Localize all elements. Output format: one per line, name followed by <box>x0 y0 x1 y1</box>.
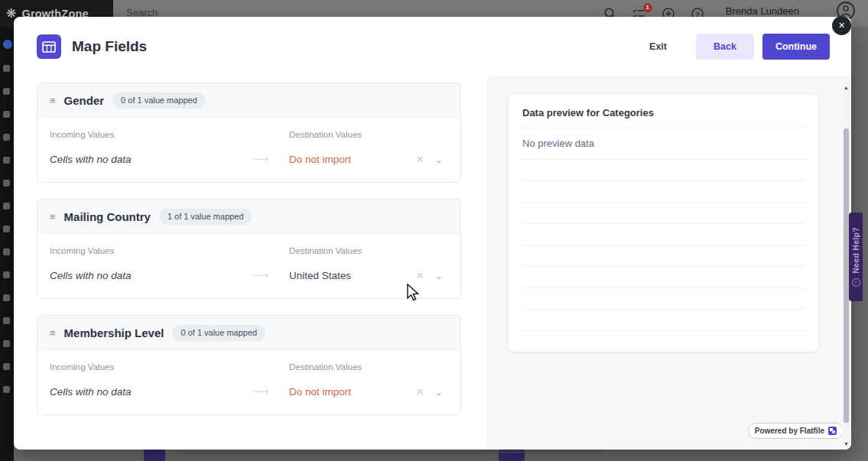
arrow-right-icon: ⟶ <box>252 268 289 282</box>
value-mapping-row: Cells with no data ⟶ Do not import ✕ ⌄ <box>50 385 448 398</box>
sidebar-icon <box>3 40 12 49</box>
value-mapping-row: Cells with no data ⟶ Do not import ✕ ⌄ <box>50 152 448 166</box>
preview-empty-row <box>522 267 805 288</box>
data-preview-card: Data preview for Categories No preview d… <box>509 95 818 352</box>
sidebar-icon <box>3 248 10 255</box>
back-button[interactable]: Back <box>696 34 754 60</box>
destination-values-label: Destination Values <box>289 130 410 139</box>
modal-body: ≡ Gender 0 of 1 value mapped Incoming Va… <box>14 76 851 450</box>
powered-by-flatfile-badge[interactable]: Powered by Flatfile <box>748 423 844 439</box>
sidebar-icon <box>3 271 10 278</box>
destination-values-label: Destination Values <box>289 246 410 255</box>
field-group-body: Incoming Values Destination Values Cells… <box>37 118 460 182</box>
info-icon: i <box>852 278 860 287</box>
field-group-mailing-country: ≡ Mailing Country 1 of 1 value mapped In… <box>37 199 461 299</box>
mapped-count-badge: 0 of 1 value mapped <box>112 93 206 109</box>
preview-empty-row <box>522 245 805 267</box>
page-title: Map Fields <box>72 38 147 55</box>
notification-badge: 1 <box>643 3 652 12</box>
sidebar-icon <box>3 294 10 301</box>
field-group-header: ≡ Membership Level 0 of 1 value mapped <box>37 316 460 351</box>
field-group-header: ≡ Mailing Country 1 of 1 value mapped <box>37 200 460 235</box>
preview-pane: Data preview for Categories No preview d… <box>486 76 851 450</box>
incoming-values-label: Incoming Values <box>50 130 252 139</box>
sidebar-icon <box>3 111 10 118</box>
preview-empty-row <box>522 288 805 310</box>
sidebar-icon <box>3 386 10 393</box>
sidebar-icon <box>3 65 10 72</box>
scrollbar-thumb[interactable] <box>844 128 849 423</box>
modal-header: Map Fields Exit Back Continue <box>14 17 851 76</box>
chevron-down-icon[interactable]: ⌄ <box>430 270 448 281</box>
need-help-label: Need Help? <box>851 227 860 274</box>
clear-icon[interactable]: ✕ <box>410 154 430 165</box>
destination-value-select[interactable]: United States <box>289 270 410 281</box>
continue-button[interactable]: Continue <box>762 34 830 60</box>
sidebar-icon-strip <box>0 27 14 393</box>
destination-values-label: Destination Values <box>289 362 410 372</box>
field-group-gender: ≡ Gender 0 of 1 value mapped Incoming Va… <box>37 83 461 183</box>
chevron-down-icon[interactable]: ⌄ <box>430 386 448 398</box>
sidebar-icon <box>3 317 10 324</box>
field-group-body: Incoming Values Destination Values Cells… <box>37 235 460 298</box>
background-text-fragment <box>177 450 603 453</box>
field-group-title: Gender <box>64 94 105 107</box>
incoming-values-label: Incoming Values <box>50 362 252 372</box>
chevron-down-icon[interactable]: ⌄ <box>430 154 448 165</box>
drag-handle-icon[interactable]: ≡ <box>50 327 56 339</box>
field-group-title: Mailing Country <box>64 210 151 223</box>
preview-empty-message: No preview data <box>522 128 805 160</box>
drag-handle-icon[interactable]: ≡ <box>50 95 56 106</box>
arrow-right-icon: ⟶ <box>252 152 289 166</box>
user-name: Brenda Lundeen <box>726 5 799 17</box>
destination-value-select[interactable]: Do not import <box>289 154 410 165</box>
sidebar-icon <box>3 340 10 347</box>
field-group-title: Membership Level <box>64 326 164 339</box>
value-mapping-row: Cells with no data ⟶ United States ✕ ⌄ <box>50 268 448 282</box>
field-group-body: Incoming Values Destination Values Cells… <box>37 351 460 414</box>
table-icon <box>37 34 61 59</box>
drag-handle-icon[interactable]: ≡ <box>50 211 56 222</box>
map-fields-modal: ✕ Map Fields Exit Back Continue ≡ Gender… <box>14 17 851 450</box>
background-content-fragment <box>144 450 165 461</box>
incoming-value: Cells with no data <box>50 386 252 398</box>
clear-icon[interactable]: ✕ <box>410 386 430 398</box>
modal-actions: Exit Back Continue <box>649 34 830 60</box>
close-icon[interactable]: ✕ <box>832 16 851 35</box>
scroll-down-icon[interactable]: ▼ <box>842 441 850 446</box>
scroll-up-icon[interactable]: ▲ <box>842 85 850 90</box>
field-mapping-list: ≡ Gender 0 of 1 value mapped Incoming Va… <box>14 76 486 450</box>
clear-icon[interactable]: ✕ <box>410 270 430 281</box>
preview-title: Data preview for Categories <box>522 95 805 128</box>
field-group-membership-level: ≡ Membership Level 0 of 1 value mapped I… <box>37 315 461 415</box>
flatfile-logo-icon <box>828 427 837 435</box>
mapped-count-badge: 1 of 1 value mapped <box>159 209 252 225</box>
app-sidebar <box>0 27 14 461</box>
preview-empty-row <box>522 224 805 245</box>
sidebar-icon <box>3 226 10 232</box>
sidebar-icon <box>3 180 10 187</box>
sidebar-icon <box>3 134 10 141</box>
preview-empty-row <box>522 310 805 331</box>
mapped-count-badge: 0 of 1 value mapped <box>172 325 265 341</box>
sidebar-icon <box>3 203 10 209</box>
exit-button[interactable]: Exit <box>649 41 667 52</box>
powered-by-label: Powered by Flatfile <box>755 427 824 435</box>
incoming-value: Cells with no data <box>50 270 252 281</box>
sidebar-icon <box>3 88 10 95</box>
preview-empty-row <box>522 203 805 224</box>
sidebar-icon <box>3 363 10 370</box>
sidebar-icon <box>3 157 10 164</box>
arrow-right-icon: ⟶ <box>252 385 289 398</box>
incoming-values-label: Incoming Values <box>50 246 252 255</box>
field-group-header: ≡ Gender 0 of 1 value mapped <box>37 83 460 118</box>
incoming-value: Cells with no data <box>50 154 252 165</box>
need-help-tab[interactable]: Need Help? i <box>849 213 863 301</box>
preview-empty-row <box>522 160 805 181</box>
destination-value-select[interactable]: Do not import <box>289 386 410 398</box>
preview-empty-row <box>522 181 805 203</box>
